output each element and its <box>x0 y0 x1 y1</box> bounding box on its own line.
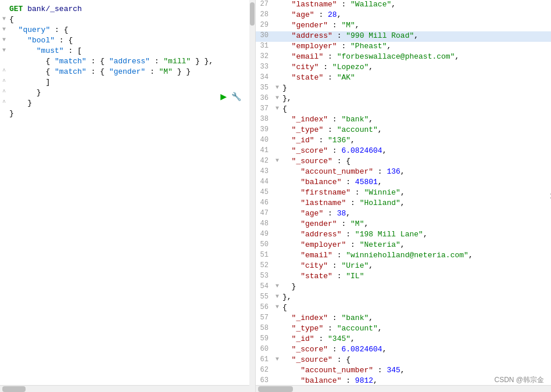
left-code-line: ▼ "must" : [ <box>0 46 255 57</box>
fold-arrow-right[interactable]: ▼ <box>273 355 281 362</box>
fold-arrow[interactable]: ▼ <box>0 46 8 53</box>
line-number: 52 <box>256 261 273 269</box>
line-number: 40 <box>256 136 273 144</box>
right-line-content: "email" : "winnieholland@neteria.com", <box>281 251 551 260</box>
right-code-line: 53 "state" : "IL" <box>256 272 551 282</box>
right-horizontal-scrollbar[interactable] <box>256 385 551 392</box>
line-number: 41 <box>256 146 273 154</box>
right-line-content: }, <box>281 94 551 103</box>
fold-arrow: ^ <box>0 78 8 85</box>
line-number: 38 <box>256 115 273 123</box>
fold-arrow-right <box>273 314 281 321</box>
fold-arrow-right <box>273 136 281 143</box>
fold-arrow-right[interactable]: ▼ <box>273 94 281 101</box>
left-line-content: { "match" : { "address" : "mill" } }, <box>8 57 255 66</box>
right-line-content: "city" : "Urie", <box>281 261 551 270</box>
right-scrollbar-thumb-h[interactable] <box>258 386 293 392</box>
right-line-content: "_type" : "account", <box>281 125 551 134</box>
fold-arrow: ^ <box>0 67 8 74</box>
left-line-content: { "match" : { "gender" : "M" } } <box>8 67 255 76</box>
right-line-content: "_index" : "bank", <box>281 115 551 124</box>
fold-arrow-right[interactable]: ▼ <box>273 157 281 164</box>
right-code-line: 32 "email" : "forbeswallace@pheast.com", <box>256 52 551 63</box>
right-line-content: { <box>281 303 551 312</box>
fold-arrow-right <box>273 21 281 28</box>
right-line-content: "age" : 38, <box>281 209 551 218</box>
right-code-line: 35▼} <box>256 84 551 94</box>
left-vertical-scrollbar[interactable] <box>249 0 255 392</box>
left-line-content: } <box>8 99 255 107</box>
fold-arrow-right <box>273 324 281 331</box>
line-number: 33 <box>256 63 273 71</box>
left-code-line: ▼ "query" : { <box>0 26 255 36</box>
right-code-line: 30 "address" : "990 Mill Road", <box>256 31 551 42</box>
line-number: 45 <box>256 188 273 196</box>
right-line-content: "state" : "AK" <box>281 73 551 82</box>
fold-arrow-right <box>273 376 281 383</box>
right-code-line: 49 "address" : "198 Mill Lane", <box>256 230 551 240</box>
fold-arrow-right[interactable]: ▼ <box>273 105 281 112</box>
fold-arrow-right[interactable]: ▼ <box>273 293 281 300</box>
right-code-line: 56▼{ <box>256 303 551 314</box>
right-code-line: 48 "gender" : "M", <box>256 220 551 230</box>
fold-arrow-right <box>273 31 281 38</box>
left-code-line: ^ ] <box>0 78 255 88</box>
right-line-content: }, <box>281 293 551 301</box>
right-line-content: "_source" : { <box>281 157 551 166</box>
left-line-content: } <box>8 109 255 118</box>
right-line-content: "_score" : 6.0824604, <box>281 345 551 354</box>
left-scrollbar-thumb-v[interactable] <box>250 2 255 26</box>
right-line-content: "account_number" : 345, <box>281 366 551 375</box>
line-number: 51 <box>256 251 273 259</box>
left-panel: GET bank/_search▼{▼ "query" : {▼ "bool" … <box>0 0 256 392</box>
right-code-line: 46 "lastname" : "Holland", <box>256 199 551 209</box>
right-code-line: 54▼ } <box>256 282 551 293</box>
right-code-line: 50 "employer" : "Neteria", <box>256 240 551 251</box>
fold-arrow-right <box>273 209 281 216</box>
right-line-content: "city" : "Lopezo", <box>281 63 551 71</box>
left-line-content: { <box>8 15 255 24</box>
fold-arrow[interactable]: ▼ <box>0 26 8 33</box>
right-panel: 27 "lastname" : "Wallace",28 "age" : 28,… <box>256 0 551 392</box>
line-number: 58 <box>256 324 273 332</box>
line-number: 43 <box>256 167 273 175</box>
run-button[interactable]: ▶ <box>220 90 227 103</box>
right-code-line: 37▼{ <box>256 105 551 115</box>
right-code-line: 44 "balance" : 45801, <box>256 178 551 188</box>
fold-arrow-right <box>273 125 281 132</box>
line-number: 29 <box>256 21 273 29</box>
fold-arrow[interactable]: ▼ <box>0 15 8 22</box>
right-code-line: 28 "age" : 28, <box>256 10 551 21</box>
right-line-content: "gender" : "M", <box>281 21 551 30</box>
line-number: 49 <box>256 230 273 238</box>
right-code-line: 42▼ "_source" : { <box>256 157 551 167</box>
right-code-line: 41 "_score" : 6.0824604, <box>256 146 551 157</box>
line-number: 36 <box>256 94 273 102</box>
fold-arrow[interactable]: ▼ <box>0 36 8 43</box>
right-code-line: 38 "_index" : "bank", <box>256 115 551 125</box>
fold-arrow-right <box>273 115 281 122</box>
fold-arrow-right <box>273 73 281 80</box>
left-horizontal-scrollbar[interactable] <box>0 385 255 392</box>
line-number: 44 <box>256 178 273 186</box>
line-number: 39 <box>256 125 273 134</box>
fold-arrow-right[interactable]: ▼ <box>273 84 281 91</box>
left-scrollbar-thumb-h[interactable] <box>2 386 26 392</box>
fold-arrow-right <box>273 272 281 279</box>
fold-arrow-right <box>273 240 281 247</box>
fold-arrow-right[interactable]: ▼ <box>273 303 281 310</box>
left-line-content: "must" : [ <box>8 46 255 55</box>
right-code-line: 57 "_index" : "bank", <box>256 314 551 324</box>
line-number: 61 <box>256 355 273 364</box>
right-line-content: "_id" : "345", <box>281 335 551 343</box>
right-line-content: "firstname" : "Winnie", <box>281 188 551 197</box>
fold-arrow-right[interactable]: ▼ <box>273 282 281 289</box>
fold-arrow-right <box>273 146 281 153</box>
right-code-line: 43 "account_number" : 136, <box>256 167 551 178</box>
panel-divider[interactable]: : <box>548 189 551 203</box>
right-line-content: "address" : "990 Mill Road", <box>281 31 551 40</box>
line-number: 57 <box>256 314 273 322</box>
line-number: 35 <box>256 84 273 92</box>
right-code-line: 59 "_id" : "345", <box>256 335 551 345</box>
wrench-button[interactable]: 🔧 <box>231 92 241 102</box>
